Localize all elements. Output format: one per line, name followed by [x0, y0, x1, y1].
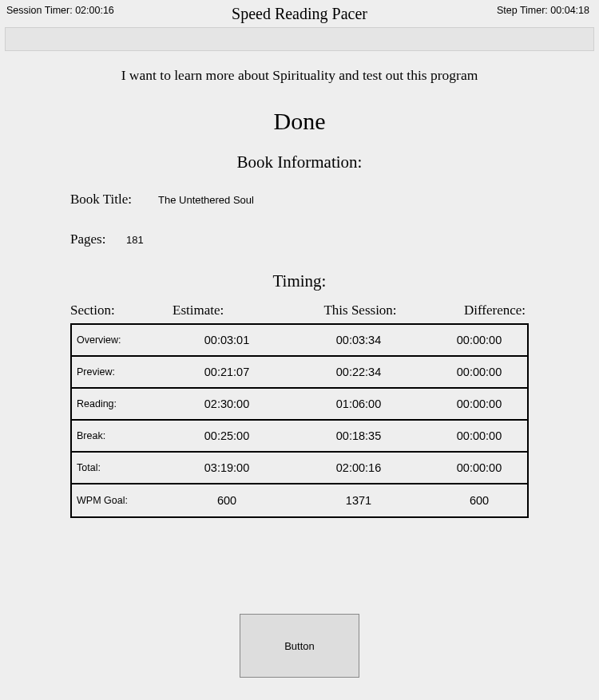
book-info: Book Title: The Untethered Soul Pages: 1…	[0, 192, 599, 247]
col-header-section: Section:	[70, 303, 173, 318]
cell-session: 1371	[283, 494, 434, 507]
book-title-value: The Untethered Soul	[158, 194, 254, 206]
session-timer-value: 02:00:16	[75, 5, 114, 16]
cell-section: Preview:	[75, 366, 171, 378]
book-title-label: Book Title:	[70, 192, 158, 208]
cell-estimate: 600	[171, 494, 283, 507]
cell-difference: 600	[434, 494, 524, 507]
cell-difference: 00:00:00	[434, 366, 524, 378]
cell-session: 00:22:34	[283, 366, 434, 378]
step-timer: Step Timer: 00:04:18	[497, 5, 589, 16]
timing-row-overview: Overview: 00:03:01 00:03:34 00:00:00	[72, 325, 527, 357]
book-pages-row: Pages: 181	[70, 231, 599, 247]
col-header-estimate: Estimate:	[173, 303, 284, 318]
step-timer-value: 00:04:18	[550, 5, 589, 16]
col-header-difference: Difference:	[436, 303, 529, 318]
timing-table: Overview: 00:03:01 00:03:34 00:00:00 Pre…	[70, 323, 529, 518]
timing-row-break: Break: 00:25:00 00:18:35 00:00:00	[72, 421, 527, 453]
cell-estimate: 02:30:00	[171, 397, 283, 410]
cell-estimate: 00:25:00	[171, 429, 283, 442]
book-pages-label: Pages:	[70, 231, 126, 247]
cell-session: 00:18:35	[283, 429, 434, 442]
cell-section: Overview:	[75, 334, 171, 346]
cell-difference: 00:00:00	[434, 429, 524, 442]
button-wrap: Button	[0, 614, 599, 678]
cell-section: Total:	[75, 462, 171, 473]
book-info-heading: Book Information:	[0, 152, 599, 172]
cell-difference: 00:00:00	[434, 334, 524, 346]
cell-section: WPM Goal:	[75, 495, 171, 506]
cell-session: 00:03:34	[283, 334, 434, 346]
cell-session: 02:00:16	[283, 461, 434, 474]
timing-heading: Timing:	[0, 271, 599, 291]
session-timer: Session Timer: 02:00:16	[6, 5, 114, 16]
timing-row-reading: Reading: 02:30:00 01:06:00 00:00:00	[72, 389, 527, 421]
timing-row-wpm: WPM Goal: 600 1371 600	[72, 484, 527, 516]
progress-bar-container	[5, 27, 594, 51]
cell-estimate: 00:03:01	[171, 334, 283, 346]
col-header-session: This Session:	[284, 303, 436, 318]
book-pages-value: 181	[126, 234, 144, 246]
done-heading: Done	[0, 108, 599, 135]
cell-estimate: 00:21:07	[171, 366, 283, 378]
cell-section: Reading:	[75, 398, 171, 409]
cell-difference: 00:00:00	[434, 397, 524, 410]
timing-row-total: Total: 03:19:00 02:00:16 00:00:00	[72, 453, 527, 484]
timing-row-preview: Preview: 00:21:07 00:22:34 00:00:00	[72, 357, 527, 389]
progress-bar	[5, 27, 594, 51]
book-title-row: Book Title: The Untethered Soul	[70, 192, 599, 208]
top-bar: Session Timer: 02:00:16 Speed Reading Pa…	[0, 0, 599, 21]
timing-header-row: Section: Estimate: This Session: Differe…	[70, 303, 529, 318]
step-timer-label: Step Timer:	[497, 5, 548, 16]
timing-area: Section: Estimate: This Session: Differe…	[70, 303, 529, 518]
session-timer-label: Session Timer:	[6, 5, 73, 16]
cell-session: 01:06:00	[283, 397, 434, 410]
cell-section: Break:	[75, 430, 171, 441]
main-button[interactable]: Button	[240, 614, 359, 678]
cell-estimate: 03:19:00	[171, 461, 283, 474]
cell-difference: 00:00:00	[434, 461, 524, 474]
purpose-statement: I want to learn more about Spirituality …	[0, 67, 599, 84]
